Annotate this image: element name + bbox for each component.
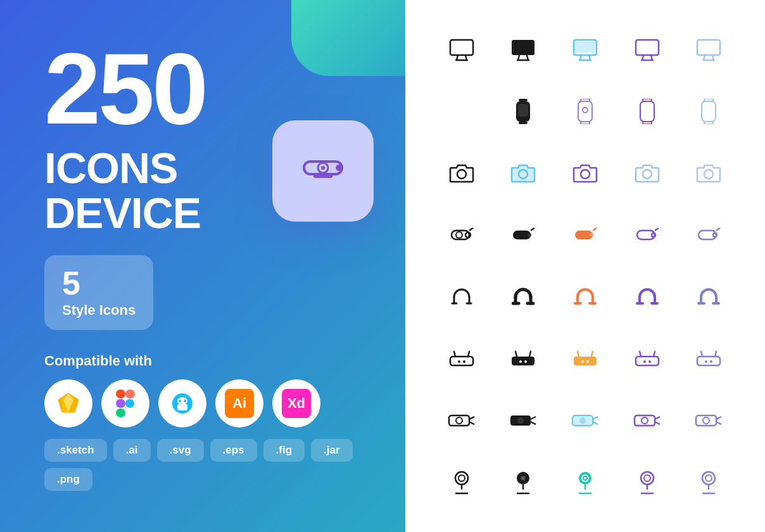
svg-point-141 — [455, 472, 468, 484]
file-types-row: .sketch .ai .svg .eps .fig .jar .png — [44, 439, 361, 491]
file-type-sketch: .sketch — [44, 439, 107, 462]
file-type-jar: .jar — [311, 439, 353, 462]
svg-rect-53 — [702, 101, 716, 122]
svg-point-57 — [581, 170, 590, 179]
monitor-blue — [554, 19, 616, 81]
svg-rect-7 — [116, 399, 125, 408]
svg-point-120 — [710, 360, 712, 363]
router-light — [678, 328, 740, 390]
camera-purple-outline — [554, 142, 616, 205]
xd-icon-circle: Xd — [272, 379, 320, 428]
svg-line-103 — [529, 352, 531, 357]
sec-cam-outline — [431, 205, 493, 267]
svg-rect-19 — [313, 174, 332, 178]
svg-rect-116 — [697, 357, 720, 365]
camera-blue-outline — [493, 142, 555, 205]
monitor-filled — [493, 19, 555, 81]
svg-rect-47 — [581, 122, 590, 124]
svg-line-102 — [515, 352, 517, 357]
magnet-light — [678, 266, 740, 328]
svg-line-75 — [716, 228, 720, 231]
svg-point-152 — [584, 477, 586, 479]
svg-point-61 — [465, 232, 471, 238]
svg-line-131 — [593, 417, 598, 419]
svg-point-59 — [704, 170, 713, 179]
svg-point-14 — [184, 400, 186, 402]
style-label: Style Icons — [62, 302, 136, 319]
webcam-filled — [493, 452, 555, 514]
router-filled — [493, 328, 555, 390]
svg-line-69 — [593, 228, 597, 231]
svg-point-156 — [644, 475, 650, 481]
left-panel: 250 ICONS DEVICE 5 Style Icons Compatibl… — [0, 0, 405, 532]
svg-rect-111 — [636, 357, 659, 365]
svg-rect-37 — [697, 40, 720, 55]
svg-rect-33 — [636, 40, 659, 55]
file-type-fig: .fig — [263, 439, 305, 462]
svg-point-100 — [463, 360, 465, 363]
webcam-purple — [616, 452, 678, 514]
svg-point-105 — [524, 360, 527, 363]
svg-point-109 — [581, 360, 584, 363]
file-type-ai: .ai — [113, 439, 151, 462]
svg-rect-6 — [125, 390, 135, 398]
svg-rect-54 — [704, 122, 713, 124]
magnet-outline — [431, 266, 493, 328]
svg-point-104 — [519, 360, 522, 363]
sec-cam-orange — [554, 205, 616, 267]
file-type-eps: .eps — [210, 439, 257, 462]
projector-light — [678, 390, 740, 452]
ai-icon-circle: Ai — [215, 379, 263, 428]
icon-grid — [431, 19, 740, 513]
svg-line-128 — [531, 422, 536, 424]
watch-empty — [431, 81, 493, 143]
svg-point-110 — [586, 360, 589, 363]
svg-rect-24 — [512, 40, 534, 55]
svg-rect-20 — [450, 40, 473, 55]
kraaken-icon-circle — [158, 379, 206, 428]
svg-rect-46 — [578, 101, 592, 122]
ai-badge: Ai — [225, 389, 254, 418]
svg-rect-44 — [519, 122, 528, 124]
svg-point-119 — [705, 360, 707, 363]
svg-point-155 — [641, 472, 654, 484]
style-badge: 5 Style Icons — [44, 255, 153, 330]
svg-point-126 — [517, 417, 524, 424]
projector-purple — [616, 390, 678, 452]
webcam-teal — [554, 452, 616, 514]
watch-purple-filled — [616, 81, 678, 143]
monitor-outline — [431, 19, 493, 81]
svg-line-62 — [469, 228, 473, 231]
camera-outline — [431, 142, 493, 205]
svg-point-115 — [648, 360, 651, 363]
magnet-orange — [554, 266, 616, 328]
camera-light-outline — [616, 142, 678, 205]
svg-rect-101 — [512, 357, 534, 365]
sec-cam-purple — [616, 205, 678, 267]
svg-point-130 — [579, 417, 586, 424]
svg-point-48 — [583, 108, 588, 113]
svg-point-159 — [702, 472, 715, 484]
style-count: 5 — [62, 267, 136, 300]
svg-point-9 — [125, 399, 134, 408]
svg-point-13 — [179, 400, 181, 402]
svg-line-107 — [578, 352, 579, 357]
svg-rect-51 — [643, 122, 652, 124]
svg-point-18 — [321, 166, 325, 170]
sec-cam-filled — [493, 205, 555, 267]
magnet-purple — [616, 266, 678, 328]
svg-line-72 — [655, 228, 659, 231]
sec-cam-light — [678, 205, 740, 267]
svg-point-55 — [457, 170, 466, 179]
svg-rect-50 — [640, 101, 654, 122]
svg-point-99 — [458, 360, 460, 363]
svg-point-16 — [336, 165, 342, 171]
router-purple — [616, 328, 678, 390]
svg-line-66 — [531, 228, 534, 231]
xd-badge: Xd — [282, 389, 311, 418]
svg-rect-5 — [116, 390, 125, 398]
svg-point-58 — [643, 170, 652, 179]
projector-filled — [493, 390, 555, 452]
svg-rect-8 — [116, 408, 125, 417]
svg-point-134 — [642, 417, 648, 424]
